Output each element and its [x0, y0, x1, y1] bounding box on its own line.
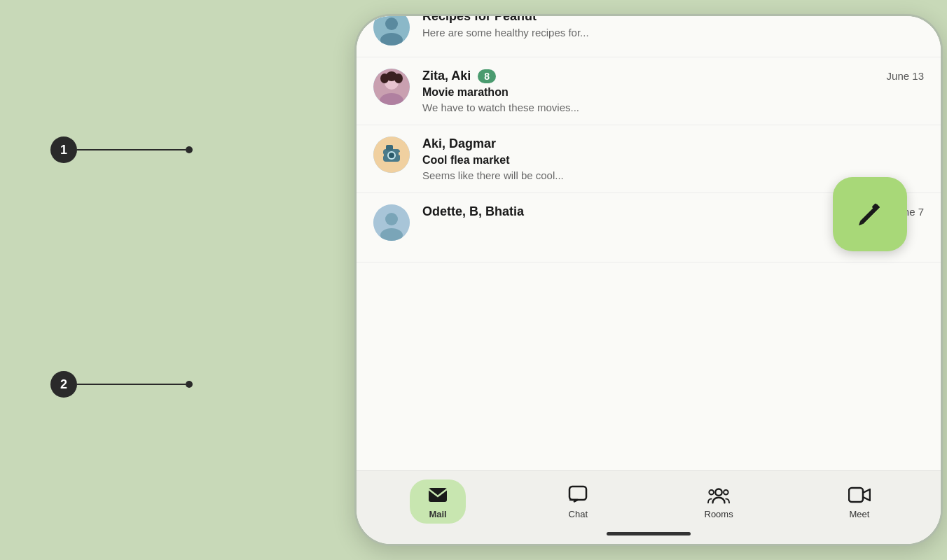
svg-point-1	[385, 18, 398, 30]
nav-item-meet[interactable]: Meet	[831, 479, 887, 524]
chat-icon	[567, 484, 589, 506]
pencil-icon	[855, 199, 885, 230]
annotation-1: 1	[50, 136, 193, 163]
rooms-icon	[707, 484, 730, 506]
svg-rect-20	[429, 488, 447, 502]
svg-point-8	[394, 74, 403, 83]
nav-label-meet: Meet	[849, 509, 869, 519]
mail-header: Recipes for Peanut	[422, 16, 924, 24]
mail-info: Zita, Aki 8 June 13 Movie marathon We ha…	[422, 69, 924, 113]
list-item[interactable]: Zita, Aki 8 June 13 Movie marathon We ha…	[357, 57, 941, 125]
avatar	[373, 69, 410, 105]
svg-rect-14	[399, 152, 404, 155]
mail-info: Recipes for Peanut Here are some healthy…	[422, 16, 924, 38]
nav-label-mail: Mail	[429, 509, 446, 519]
mail-preview: Here are some healthy recipes for...	[422, 27, 924, 38]
svg-point-23	[709, 490, 714, 495]
nav-label-chat: Chat	[569, 509, 588, 519]
annotation-circle-1: 1	[50, 136, 77, 163]
annotation-line-2	[77, 384, 186, 385]
mail-header: Aki, Dagmar	[422, 136, 924, 151]
meet-icon	[848, 484, 871, 506]
nav-item-chat[interactable]: Chat	[550, 479, 606, 524]
phone-container: Recipes for Peanut Here are some healthy…	[179, 14, 768, 546]
avatar	[373, 16, 410, 46]
home-indicator	[607, 532, 691, 536]
mail-header: Zita, Aki 8 June 13	[422, 69, 924, 83]
nav-items: Mail Chat	[357, 477, 941, 526]
nav-item-rooms[interactable]: Rooms	[691, 479, 747, 524]
svg-rect-25	[849, 488, 863, 502]
svg-point-13	[389, 153, 394, 158]
svg-point-24	[724, 490, 728, 495]
mail-info: Aki, Dagmar Cool flea market Seems like …	[422, 136, 924, 181]
avatar-img	[373, 16, 410, 46]
avatar-img	[373, 69, 410, 105]
mail-subject: Movie marathon	[422, 86, 924, 99]
svg-rect-11	[386, 145, 393, 150]
mail-date: June 13	[887, 70, 924, 82]
list-item[interactable]: Recipes for Peanut Here are some healthy…	[357, 16, 941, 57]
phone-content: Recipes for Peanut Here are some healthy…	[357, 16, 941, 544]
phone-frame: Recipes for Peanut Here are some healthy…	[354, 14, 943, 546]
avatar-img	[373, 204, 410, 241]
mail-sender: Zita, Aki 8	[422, 69, 496, 83]
avatar-img	[373, 136, 410, 173]
avatar	[373, 204, 410, 241]
svg-rect-21	[569, 486, 586, 500]
mail-subject: Cool flea market	[422, 154, 924, 167]
svg-point-22	[715, 489, 721, 496]
annotation-2: 2	[50, 371, 193, 398]
nav-label-rooms: Rooms	[705, 509, 733, 519]
nav-item-mail[interactable]: Mail	[410, 479, 466, 524]
unread-badge: 8	[478, 69, 496, 83]
mail-sender: Aki, Dagmar	[422, 136, 496, 151]
mail-sender: Recipes for Peanut	[422, 16, 537, 24]
svg-rect-15	[378, 153, 384, 157]
mail-sender: Odette, B, Bhatia	[422, 204, 524, 219]
annotation-line-1	[77, 149, 186, 150]
mail-icon	[427, 484, 449, 506]
avatar	[373, 136, 410, 173]
annotation-circle-2: 2	[50, 371, 77, 398]
mail-preview: We have to watch these movies...	[422, 102, 924, 113]
compose-button[interactable]	[833, 177, 907, 251]
bottom-navigation: Mail Chat	[357, 470, 941, 544]
svg-point-17	[385, 213, 398, 225]
